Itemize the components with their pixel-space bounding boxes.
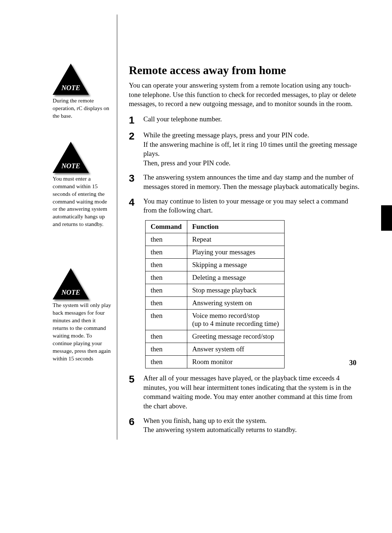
function-cell: Playing your messages — [187, 246, 284, 259]
function-cell: Answering system on — [187, 297, 284, 310]
command-function-table: Command Function then Repeat then Playin… — [145, 220, 285, 368]
table-row: then Stop message playback — [146, 284, 285, 297]
step-text: The answering system announces the time … — [143, 173, 361, 191]
table-row: then Room monitor — [146, 356, 285, 368]
command-cell: then — [146, 284, 187, 297]
step: 6 When you finish, hang up to exit the s… — [129, 416, 361, 435]
command-cell: then — [146, 233, 187, 246]
step-text: Call your telephone number. — [143, 114, 361, 125]
step-text: You may continue to listen to your messa… — [143, 197, 361, 215]
command-cell: then — [146, 297, 187, 310]
table-row: then Deleting a message — [146, 271, 285, 284]
step: 4 You may continue to listen to your mes… — [129, 197, 361, 215]
vertical-divider — [117, 15, 117, 440]
command-cell: then — [146, 271, 187, 284]
step: 5 After all of your messages have played… — [129, 373, 361, 411]
table-row: then Answering system on — [146, 297, 285, 310]
command-cell: then — [146, 259, 187, 271]
section-title: Remote access away from home — [129, 64, 361, 77]
command-cell: then — [146, 343, 187, 356]
function-cell: Voice memo record/stop(up to 4 minute re… — [187, 310, 284, 330]
step-text: When you finish, hang up to exit the sys… — [143, 416, 361, 435]
table-row: then Voice memo record/stop(up to 4 minu… — [146, 310, 285, 330]
function-cell: Skipping a message — [187, 259, 284, 271]
command-cell: then — [146, 356, 187, 368]
page-number: 30 — [349, 359, 356, 367]
command-cell: then — [146, 246, 187, 259]
note-triangle-label: NOTE — [58, 84, 83, 92]
command-cell: then — [146, 310, 187, 330]
note-triangle-icon: NOTE — [53, 268, 89, 299]
step: 1 Call your telephone number. — [129, 114, 361, 125]
step: 2 While the greeting message plays, pres… — [129, 130, 361, 168]
function-cell: Deleting a message — [187, 271, 284, 284]
note-text: During the remote operation, rC displays… — [53, 97, 113, 120]
step-text: While the greeting message plays, press … — [143, 130, 361, 168]
intro-paragraph: You can operate your answering system fr… — [129, 81, 361, 109]
function-cell: Stop message playback — [187, 284, 284, 297]
note-triangle-label: NOTE — [58, 288, 83, 296]
step-number: 4 — [129, 197, 143, 215]
table-row: then Repeat — [146, 233, 285, 246]
document-page: NOTE During the remote operation, rC dis… — [0, 0, 392, 454]
function-cell: Greeting message record/stop — [187, 330, 284, 343]
note-triangle-label: NOTE — [58, 162, 83, 170]
step-number: 6 — [129, 416, 143, 435]
note-triangle-icon: NOTE — [53, 64, 89, 95]
table-header-command: Command — [146, 221, 187, 233]
command-cell: then — [146, 330, 187, 343]
note-block: NOTE During the remote operation, rC dis… — [53, 64, 113, 120]
step-number: 3 — [129, 173, 143, 191]
note-text: You must enter a command within 15 secon… — [53, 175, 113, 228]
note-block: NOTE The system will only play back mess… — [53, 268, 113, 362]
table-row: then Answer system off — [146, 343, 285, 356]
function-cell: Repeat — [187, 233, 284, 246]
note-block: NOTE You must enter a command within 15 … — [53, 142, 113, 228]
step: 3 The answering system announces the tim… — [129, 173, 361, 191]
step-number: 1 — [129, 114, 143, 125]
sidebar-notes-column: NOTE During the remote operation, rC dis… — [53, 64, 113, 377]
page-edge-tab — [381, 205, 392, 231]
table-header-function: Function — [187, 221, 284, 233]
note-triangle-icon: NOTE — [53, 142, 89, 173]
function-cell: Room monitor — [187, 356, 284, 368]
table-row: then Greeting message record/stop — [146, 330, 285, 343]
main-content: Remote access away from home You can ope… — [129, 15, 361, 435]
step-text: After all of your messages have played, … — [143, 373, 361, 411]
table-row: then Skipping a message — [146, 259, 285, 271]
function-cell: Answer system off — [187, 343, 284, 356]
table-row: then Playing your messages — [146, 246, 285, 259]
step-number: 2 — [129, 130, 143, 168]
note-text: The system will only play back messages … — [53, 302, 113, 362]
step-number: 5 — [129, 373, 143, 411]
